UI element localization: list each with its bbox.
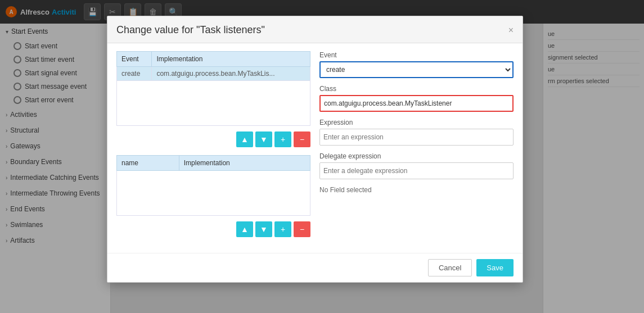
lower-table-empty-row bbox=[117, 171, 310, 216]
upper-table-row-1[interactable]: create com.atguigu.process.bean.MyTaskLi… bbox=[117, 67, 310, 81]
lower-add-button[interactable]: + bbox=[274, 221, 291, 237]
dialog-header: Change value for "Task listeners" × bbox=[107, 16, 523, 43]
delegate-expression-label: Delegate expression bbox=[319, 152, 514, 160]
lower-remove-button[interactable]: − bbox=[294, 221, 310, 237]
upper-table-row-1-implementation: com.atguigu.process.bean.MyTaskLis... bbox=[152, 67, 310, 81]
lower-table-action-buttons: ▲ ▼ + − bbox=[116, 221, 310, 237]
dialog-left-panel: Event Implementation create com.atguigu.… bbox=[116, 51, 310, 245]
class-label: Class bbox=[319, 85, 514, 93]
event-form-group: Event create assignment complete delete bbox=[319, 51, 514, 78]
expression-input[interactable] bbox=[319, 129, 514, 146]
lower-table-implementation-header: Implementation bbox=[179, 156, 310, 171]
class-form-group: Class bbox=[319, 85, 514, 112]
upper-table-action-buttons: ▲ ▼ + − bbox=[116, 131, 310, 147]
lower-table-name-header: name bbox=[117, 156, 179, 171]
lower-table: name Implementation bbox=[116, 155, 310, 216]
task-listeners-dialog: Change value for "Task listeners" × Even… bbox=[107, 16, 523, 283]
upper-move-down-button[interactable]: ▼ bbox=[255, 131, 272, 147]
event-select[interactable]: create assignment complete delete bbox=[319, 61, 514, 78]
expression-form-group: Expression bbox=[319, 119, 514, 146]
dialog-right-panel: Event create assignment complete delete … bbox=[319, 51, 514, 245]
class-input[interactable] bbox=[319, 95, 514, 112]
upper-table: Event Implementation create com.atguigu.… bbox=[116, 51, 310, 126]
upper-table-implementation-header: Implementation bbox=[152, 52, 310, 67]
upper-remove-button[interactable]: − bbox=[294, 131, 310, 147]
delegate-expression-form-group: Delegate expression bbox=[319, 152, 514, 179]
upper-add-button[interactable]: + bbox=[274, 131, 291, 147]
dialog-body: Event Implementation create com.atguigu.… bbox=[107, 43, 523, 253]
lower-move-up-button[interactable]: ▲ bbox=[236, 221, 253, 237]
upper-table-event-header: Event bbox=[117, 52, 152, 67]
cancel-button[interactable]: Cancel bbox=[428, 259, 472, 276]
no-field-text: No Field selected bbox=[319, 186, 514, 194]
upper-table-empty-row bbox=[117, 81, 310, 126]
upper-table-row-1-event: create bbox=[117, 67, 152, 81]
delegate-expression-input[interactable] bbox=[319, 162, 514, 179]
dialog-title: Change value for "Task listeners" bbox=[116, 24, 265, 36]
dialog-close-button[interactable]: × bbox=[508, 26, 514, 35]
event-label: Event bbox=[319, 51, 514, 59]
dialog-footer: Cancel Save bbox=[107, 253, 523, 282]
upper-move-up-button[interactable]: ▲ bbox=[236, 131, 253, 147]
expression-label: Expression bbox=[319, 119, 514, 126]
lower-move-down-button[interactable]: ▼ bbox=[255, 221, 272, 237]
save-button[interactable]: Save bbox=[476, 259, 514, 276]
